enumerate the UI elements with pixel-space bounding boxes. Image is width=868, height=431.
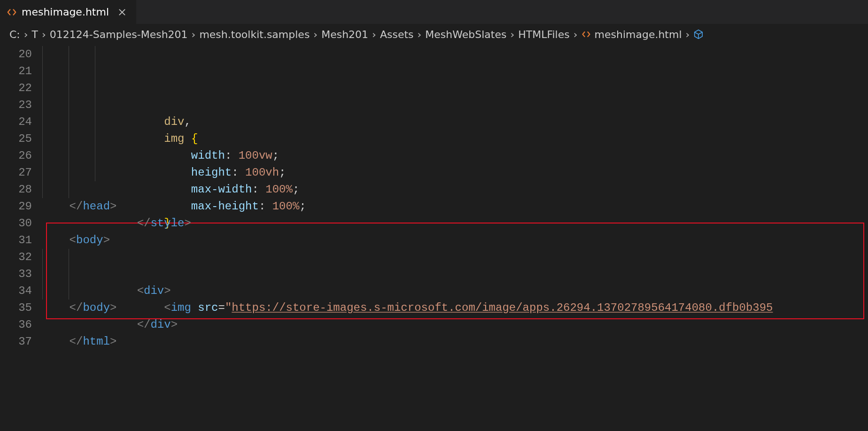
line-number: 21 — [0, 63, 32, 80]
line-number-gutter: 20 21 22 23 24 25 26 27 28 29 30 31 32 3… — [0, 44, 42, 431]
outline-cube-icon[interactable] — [693, 29, 704, 39]
breadcrumb-toolkit[interactable]: mesh.toolkit.samples — [199, 29, 310, 40]
chevron-right-icon: › — [372, 29, 376, 40]
chevron-right-icon: › — [510, 29, 514, 40]
line-number: 26 — [0, 147, 32, 164]
code-line[interactable]: </style> — [42, 181, 868, 198]
close-tag: head — [83, 200, 110, 213]
chevron-right-icon: › — [24, 29, 28, 40]
close-tab-icon[interactable] — [116, 7, 128, 18]
chevron-right-icon: › — [192, 29, 196, 40]
code-line[interactable]: img { — [42, 80, 868, 97]
code-line[interactable]: <body> — [42, 232, 868, 249]
code-line[interactable] — [42, 215, 868, 232]
tab-filename: meshimage.html — [22, 6, 109, 18]
line-number: 33 — [0, 266, 32, 283]
code-editor[interactable]: 20 21 22 23 24 25 26 27 28 29 30 31 32 3… — [0, 44, 868, 431]
tab-bar: meshimage.html — [0, 0, 868, 24]
breadcrumb-samples[interactable]: 012124-Samples-Mesh201 — [50, 29, 188, 40]
chevron-right-icon: › — [42, 29, 46, 40]
breadcrumb-mesh201[interactable]: Mesh201 — [321, 29, 368, 40]
code-line[interactable]: </head> — [42, 198, 868, 215]
code-line[interactable] — [42, 46, 868, 63]
breadcrumb-c[interactable]: C: — [9, 29, 20, 40]
close-tag: html — [83, 335, 110, 348]
code-line[interactable]: </div> — [42, 283, 868, 300]
html-file-icon — [581, 30, 591, 39]
code-line[interactable]: } — [42, 164, 868, 181]
chevron-right-icon: › — [418, 29, 422, 40]
code-line[interactable]: </html> — [42, 333, 868, 350]
code-line[interactable] — [42, 316, 868, 333]
line-number: 20 — [0, 46, 32, 63]
html-file-icon — [7, 7, 17, 17]
close-tag: body — [83, 301, 110, 314]
line-number: 32 — [0, 249, 32, 266]
line-number: 22 — [0, 80, 32, 97]
code-line[interactable]: width: 100vw; — [42, 97, 868, 114]
line-number: 31 — [0, 232, 32, 249]
code-line[interactable]: <img src="https://store-images.s-microso… — [42, 266, 868, 283]
line-number: 23 — [0, 97, 32, 114]
code-line[interactable]: max-height: 100%; — [42, 147, 868, 164]
code-line[interactable]: <div> — [42, 249, 868, 266]
code-line[interactable]: </body> — [42, 300, 868, 316]
code-line[interactable]: max-width: 100%; — [42, 131, 868, 147]
line-number: 28 — [0, 181, 32, 198]
tab-bar-empty — [137, 0, 868, 24]
line-number: 34 — [0, 283, 32, 300]
code-line[interactable]: height: 100vh; — [42, 114, 868, 131]
chevron-right-icon: › — [686, 29, 690, 40]
breadcrumb-t[interactable]: T — [32, 29, 38, 40]
code-line[interactable]: div, — [42, 63, 868, 80]
breadcrumb-htmlfiles[interactable]: HTMLFiles — [518, 29, 570, 40]
line-number: 25 — [0, 131, 32, 147]
breadcrumb-file[interactable]: meshimage.html — [595, 29, 682, 40]
chevron-right-icon: › — [313, 29, 318, 40]
line-number: 27 — [0, 164, 32, 181]
line-number: 37 — [0, 333, 32, 350]
line-number: 36 — [0, 316, 32, 333]
breadcrumb: C: › T › 012124-Samples-Mesh201 › mesh.t… — [0, 24, 868, 44]
breadcrumb-meshwebslates[interactable]: MeshWebSlates — [425, 29, 506, 40]
breadcrumb-assets[interactable]: Assets — [380, 29, 414, 40]
tab-meshimage[interactable]: meshimage.html — [0, 0, 137, 24]
open-tag: body — [76, 234, 103, 246]
line-number: 30 — [0, 215, 32, 232]
line-number: 24 — [0, 114, 32, 131]
line-number: 29 — [0, 198, 32, 215]
code-area[interactable]: div, img { width: 100vw; height: 100vh; — [42, 44, 868, 431]
chevron-right-icon: › — [574, 29, 578, 40]
line-number: 35 — [0, 300, 32, 316]
